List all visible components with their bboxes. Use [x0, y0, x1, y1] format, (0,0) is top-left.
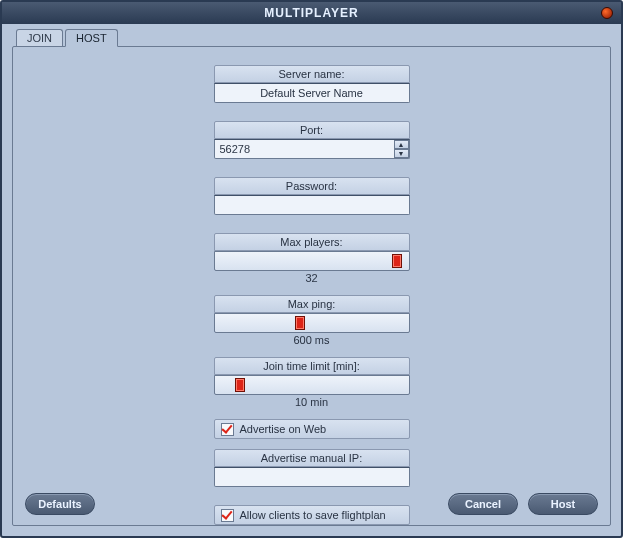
max-ping-label: Max ping: [214, 295, 410, 313]
port-step-up-icon[interactable]: ▲ [394, 140, 409, 149]
max-ping-handle[interactable] [295, 316, 305, 330]
advertise-ip-label: Advertise manual IP: [214, 449, 410, 467]
max-ping-slider[interactable] [214, 313, 410, 333]
advertise-web-checkbox[interactable] [221, 423, 234, 436]
advertise-web-row[interactable]: Advertise on Web [214, 419, 410, 439]
password-input[interactable] [214, 195, 410, 215]
max-ping-value: 600 ms [214, 333, 410, 347]
max-players-slider[interactable] [214, 251, 410, 271]
port-label: Port: [214, 121, 410, 139]
port-spinner: ▲ ▼ [394, 140, 409, 158]
cancel-button[interactable]: Cancel [448, 493, 518, 515]
join-time-handle[interactable] [235, 378, 245, 392]
host-button[interactable]: Host [528, 493, 598, 515]
max-players-handle[interactable] [392, 254, 402, 268]
max-players-value: 32 [214, 271, 410, 285]
port-input[interactable] [214, 139, 410, 159]
window-title: MULTIPLAYER [2, 2, 621, 24]
join-time-slider[interactable] [214, 375, 410, 395]
client-area: JOIN HOST Server name: Port: ▲ ▼ Passwor… [12, 28, 611, 526]
port-step-down-icon[interactable]: ▼ [394, 149, 409, 158]
close-icon[interactable] [601, 7, 613, 19]
advertise-ip-input[interactable] [214, 467, 410, 487]
multiplayer-window: MULTIPLAYER JOIN HOST Server name: Port:… [0, 0, 623, 538]
host-panel: Server name: Port: ▲ ▼ Password: Max pla… [12, 46, 611, 526]
defaults-button[interactable]: Defaults [25, 493, 95, 515]
tab-join[interactable]: JOIN [16, 29, 63, 47]
max-players-label: Max players: [214, 233, 410, 251]
tab-host[interactable]: HOST [65, 29, 118, 47]
join-time-value: 10 min [214, 395, 410, 409]
advertise-web-label: Advertise on Web [240, 423, 327, 435]
join-time-label: Join time limit [min]: [214, 357, 410, 375]
footer: Defaults Cancel Host [25, 493, 598, 515]
titlebar: MULTIPLAYER [2, 2, 621, 24]
server-name-input[interactable] [214, 83, 410, 103]
form-stack: Server name: Port: ▲ ▼ Password: Max pla… [214, 65, 410, 525]
server-name-label: Server name: [214, 65, 410, 83]
tab-bar: JOIN HOST [16, 28, 611, 46]
password-label: Password: [214, 177, 410, 195]
